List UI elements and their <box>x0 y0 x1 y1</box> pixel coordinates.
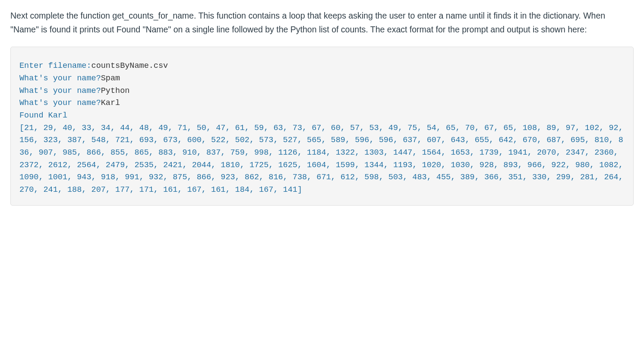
prompt-name-3: What's your name? <box>19 98 101 108</box>
list-output: [21, 29, 40, 33, 34, 44, 48, 49, 71, 50,… <box>19 124 628 194</box>
found-output: Found Karl <box>19 111 67 120</box>
instruction-text: Next complete the function get_counts_fo… <box>10 11 605 34</box>
instruction-paragraph: Next complete the function get_counts_fo… <box>10 9 634 36</box>
input-name-2: Python <box>101 86 130 95</box>
prompt-filename: Enter filename: <box>19 61 92 70</box>
input-filename: countsByName.csv <box>92 61 168 70</box>
code-output-block: Enter filename:countsByName.csv What's y… <box>10 47 634 205</box>
prompt-name-2: What's your name? <box>19 86 101 95</box>
prompt-name-1: What's your name? <box>19 74 101 83</box>
input-name-1: Spam <box>101 74 120 83</box>
input-name-3: Karl <box>101 98 120 108</box>
